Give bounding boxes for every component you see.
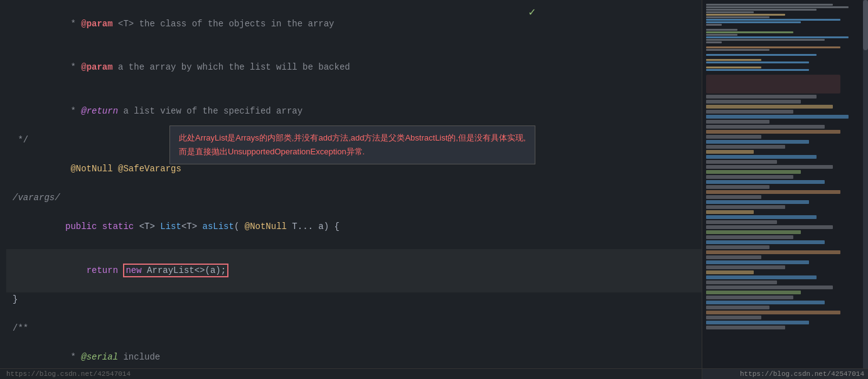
code-line-10 [6,307,702,321]
code-line-2: * @param a the array by which the list w… [6,46,702,89]
scrollbar[interactable] [863,0,868,379]
minimap [702,0,868,379]
url-display: https://blog.csdn.net/42547014 [740,370,864,378]
tooltip-line2: 而是直接抛出UnsupportedOperationException异常. [179,147,365,156]
code-editor: ✓ * @param <T> the class of the objects … [0,0,702,379]
minimap-sidebar: https://blog.csdn.net/42547014 [702,0,868,379]
scrollbar-thumb[interactable] [863,0,868,50]
tooltip-line1: 此处ArrayList是Arrays的内部类,并没有add方法,add方法是父类… [179,133,526,142]
tooltip-annotation: 此处ArrayList是Arrays的内部类,并没有add方法,add方法是父类… [169,125,535,164]
code-line-1: * @param <T> the class of the objects in… [6,3,702,46]
code-line-8: return new ArrayList<>(a); [6,249,702,292]
code-line-9: } [6,292,702,307]
url-bar: https://blog.csdn.net/42547014 [702,368,868,379]
code-line-7: public static <T> List<T> asList( @NotNu… [6,205,702,248]
bottom-bar: https://blog.csdn.net/42547014 [0,368,702,379]
url-text: https://blog.csdn.net/42547014 [6,370,131,378]
code-block: * @param <T> the class of the objects in… [0,0,702,379]
code-line-11: /** [6,321,702,336]
code-line-6: /varargs/ [6,191,702,205]
